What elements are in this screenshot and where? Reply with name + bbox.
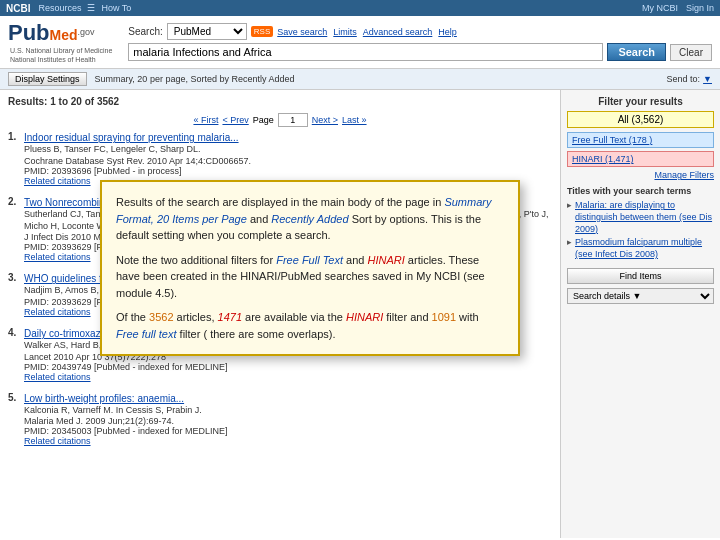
titles-matching-header: Titles with your search terms <box>567 186 714 196</box>
article-content: Indoor residual spraying for preventing … <box>24 131 552 186</box>
search-term-link[interactable]: Plasmodium falciparum multiple (see Infe… <box>575 237 714 260</box>
search-label: Search: <box>128 26 162 37</box>
search-term-item: ▸ Malaria: are displaying to distinguish… <box>567 199 714 236</box>
related-citations-link[interactable]: Related citations <box>24 436 91 446</box>
top-bar-links: Resources ☰ How To <box>38 3 131 13</box>
related-citations-link[interactable]: Related citations <box>24 307 91 317</box>
top-bar-right: My NCBI Sign In <box>642 3 714 13</box>
article-authors: Pluess B, Tanser FC, Lengeler C, Sharp D… <box>24 144 552 156</box>
article-number: 4. <box>8 327 20 382</box>
search-input[interactable] <box>128 43 603 61</box>
overlay-highlight-hinari: HINARI <box>368 254 405 266</box>
overlay-highlight-recently: Recently Added <box>271 213 348 225</box>
overlay-free-count: 1091 <box>432 311 456 323</box>
search-term-item: ▸ Plasmodium falciparum multiple (see In… <box>567 236 714 261</box>
article-pmid: PMID: 20345003 [PubMed - indexed for MED… <box>24 426 552 436</box>
article-links: Related citations <box>24 436 552 446</box>
menu-icon: ☰ <box>87 3 95 13</box>
filter-header: Filter your results <box>567 96 714 107</box>
display-settings-button[interactable]: Display Settings <box>8 72 87 86</box>
overlay-hinari-count: 1471 <box>218 311 242 323</box>
pagination-row: « First < Prev Page Next > Last » <box>8 113 552 127</box>
next-page-link[interactable]: Next > <box>312 115 338 125</box>
pubmed-logo: PubMed.gov U.S. National Library of Medi… <box>8 20 112 64</box>
search-bar-container: Search: PubMed RSS Save search Limits Ad… <box>128 23 712 61</box>
first-page-link[interactable]: « First <box>193 115 218 125</box>
my-ncbi-link[interactable]: My NCBI <box>642 3 678 13</box>
overlay-para2: Note the two additional filters for Free… <box>116 252 504 302</box>
hinari-filter[interactable]: HINARI (1,471) <box>567 151 714 167</box>
prev-page-link[interactable]: < Prev <box>222 115 248 125</box>
related-citations-link[interactable]: Related citations <box>24 372 91 382</box>
article-pmid: PMID: 20393696 [PubMed - in process] <box>24 166 552 176</box>
search-button[interactable]: Search <box>607 43 666 61</box>
article-authors: Kalconia R, Varneff M. In Cessis S, Prab… <box>24 405 552 417</box>
article-number: 3. <box>8 272 20 317</box>
related-citations-link[interactable]: Related citations <box>24 252 91 262</box>
overlay-total-count: 3562 <box>149 311 173 323</box>
search-details-select[interactable]: Search details ▼ <box>567 288 714 304</box>
send-to-label: Send to: <box>667 74 701 84</box>
page-input[interactable] <box>278 113 308 127</box>
overlay-para3: Of the 3562 articles, 1471 are available… <box>116 309 504 342</box>
top-bar: NCBI Resources ☰ How To My NCBI Sign In <box>0 0 720 16</box>
right-panel: Filter your results All (3,562) Free Ful… <box>560 90 720 538</box>
search-links: Save search Limits Advanced search Help <box>277 27 457 37</box>
search-term-link[interactable]: Malaria: are displaying to distinguish b… <box>575 200 714 235</box>
related-citations-link[interactable]: Related citations <box>24 176 91 186</box>
logo-pub: Pub <box>8 20 50 45</box>
limits-link[interactable]: Limits <box>333 27 357 37</box>
logo-med: Med <box>50 27 78 43</box>
header: PubMed.gov U.S. National Library of Medi… <box>0 16 720 69</box>
advanced-search-link[interactable]: Advanced search <box>363 27 433 37</box>
toolbar-row: Display Settings Summary, 20 per page, S… <box>0 69 720 90</box>
ncbi-logo: NCBI <box>6 3 30 14</box>
filter-all[interactable]: All (3,562) <box>567 111 714 128</box>
article-source: Cochrane Database Syst Rev. 2010 Apr 14;… <box>24 156 552 166</box>
overlay-popup: Results of the search are displayed in t… <box>100 180 520 356</box>
free-full-text-filter[interactable]: Free Full Text (178 ) <box>567 132 714 148</box>
article-content: Low birth-weight profiles: anaemia... Ka… <box>24 392 552 447</box>
help-link[interactable]: Help <box>438 27 457 37</box>
article-title[interactable]: Indoor residual spraying for preventing … <box>24 131 552 144</box>
page-label: Page <box>253 115 274 125</box>
rss-icon[interactable]: RSS <box>251 26 273 37</box>
send-to: Send to: ▼ <box>667 74 712 84</box>
search-row2: Search Clear <box>128 43 712 61</box>
overlay-hinari-label: HINARI <box>346 311 383 323</box>
logo-gov: .gov <box>78 27 95 37</box>
results-header: Results: 1 to 20 of 3562 <box>8 96 552 107</box>
article-title[interactable]: Low birth-weight profiles: anaemia... <box>24 392 552 405</box>
article-number: 2. <box>8 196 20 262</box>
search-row1: Search: PubMed RSS Save search Limits Ad… <box>128 23 712 40</box>
right-bottom: Find Items Search details ▼ <box>567 268 714 304</box>
resources-link[interactable]: Resources <box>38 3 81 13</box>
clear-button[interactable]: Clear <box>670 44 712 61</box>
overlay-para1: Results of the search are displayed in t… <box>116 194 504 244</box>
send-to-link[interactable]: ▼ <box>703 74 712 84</box>
toolbar-summary-info: Summary, 20 per page, Sorted by Recently… <box>95 74 659 84</box>
save-search-link[interactable]: Save search <box>277 27 327 37</box>
howto-link[interactable]: How To <box>101 3 131 13</box>
overlay-highlight-fft: Free Full Text <box>276 254 343 266</box>
sign-in-link[interactable]: Sign In <box>686 3 714 13</box>
logo-subtitle: U.S. National Library of Medicine Nation… <box>10 46 112 64</box>
manage-filters-link[interactable]: Manage Filters <box>567 170 714 180</box>
article-number: 5. <box>8 392 20 447</box>
list-item: 5. Low birth-weight profiles: anaemia...… <box>8 392 552 447</box>
search-select[interactable]: PubMed <box>167 23 247 40</box>
overlay-free-label: Free full text <box>116 328 177 340</box>
article-source: Malaria Med J. 2009 Jun;21(2):69-74. <box>24 416 552 426</box>
list-item: 1. Indoor residual spraying for preventi… <box>8 131 552 186</box>
article-number: 1. <box>8 131 20 186</box>
article-pmid: PMID: 20439749 [PubMed - indexed for MED… <box>24 362 552 372</box>
article-links: Related citations <box>24 372 552 382</box>
last-page-link[interactable]: Last » <box>342 115 367 125</box>
find-items-button[interactable]: Find Items <box>567 268 714 284</box>
